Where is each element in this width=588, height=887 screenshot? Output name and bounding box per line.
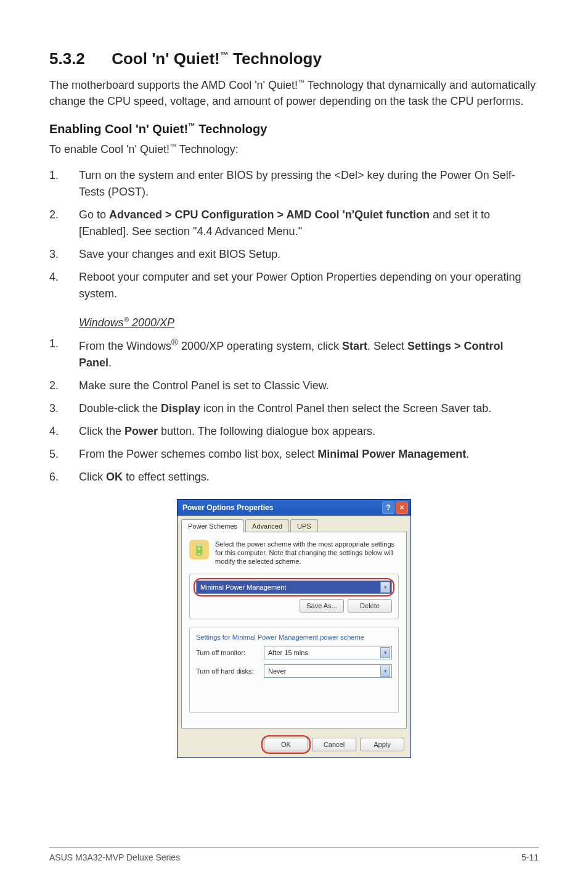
power-scheme-select[interactable]: Minimal Power Management ▾ — [196, 580, 392, 594]
t-b: button. The following dialogue box appea… — [158, 425, 375, 437]
sub-intro: To enable Cool 'n' Quiet!™ Technology: — [49, 142, 539, 156]
step-item: 2. Go to Advanced > CPU Configuration > … — [49, 207, 539, 240]
info-row: 🔋 Select the power scheme with the most … — [189, 540, 399, 566]
scheme-select-row: Minimal Power Management ▾ — [196, 580, 392, 594]
close-button[interactable]: × — [396, 501, 408, 514]
step-number: 2. — [49, 377, 79, 394]
apply-button[interactable]: Apply — [360, 738, 404, 751]
window-buttons: ? × — [382, 501, 408, 514]
step-number: 4. — [49, 423, 79, 440]
steps-list-2: 1. From the Windows® 2000/XP operating s… — [49, 336, 539, 485]
step-number: 4. — [49, 269, 79, 302]
win-b: 2000/XP — [129, 316, 174, 329]
dialog-footer: OK Cancel Apply — [178, 733, 410, 757]
subhead-suffix: Technology — [195, 122, 267, 136]
scheme-selected-value: Minimal Power Management — [200, 584, 286, 591]
t-a: From the Power schemes combo list box, s… — [79, 448, 317, 460]
step-text: Save your changes and exit BIOS Setup. — [79, 246, 539, 263]
step-text: From the Power schemes combo list box, s… — [79, 446, 539, 463]
dialog-screenshot: Power Options Properties ? × Power Schem… — [49, 499, 539, 758]
power-schemes-group: Minimal Power Management ▾ Save As... De… — [189, 574, 399, 619]
settings-group: Settings for Minimal Power Management po… — [189, 627, 399, 713]
settings-group-title: Settings for Minimal Power Management po… — [196, 633, 392, 641]
step-item: 1. Turn on the system and enter BIOS by … — [49, 167, 539, 200]
section-title-prefix: Cool 'n' Quiet! — [112, 49, 220, 68]
chevron-down-icon: ▾ — [380, 647, 390, 658]
ok-highlight: OK — [264, 738, 308, 751]
t-d: . — [108, 357, 112, 369]
disks-dropdown[interactable]: Never ▾ — [264, 664, 392, 678]
step-text: Click OK to effect settings. — [79, 469, 539, 485]
dialog-titlebar[interactable]: Power Options Properties ? × — [178, 500, 410, 516]
section-number: 5.3.2 — [49, 49, 85, 68]
windows-subheading: Windows® 2000/XP — [79, 316, 539, 329]
ok-button[interactable]: OK — [264, 738, 308, 751]
monitor-label: Turn off monitor: — [196, 649, 264, 656]
step-number: 1. — [49, 336, 79, 371]
delete-button[interactable]: Delete — [348, 599, 392, 613]
subhead-prefix: Enabling Cool 'n' Quiet! — [49, 122, 188, 136]
t-bold: OK — [106, 471, 123, 483]
trademark-symbol: ™ — [188, 122, 195, 130]
help-icon: ? — [386, 503, 390, 512]
step-item: 4. Click the Power button. The following… — [49, 423, 539, 440]
step-text-a: Go to — [79, 208, 109, 221]
subintro-b: Technology: — [176, 143, 239, 155]
registered-symbol: ® — [124, 316, 129, 323]
t-bold: Display — [161, 402, 200, 415]
step-text: Click the Power button. The following di… — [79, 423, 539, 440]
save-as-button[interactable]: Save As... — [300, 599, 344, 613]
t-b: to effect settings. — [123, 471, 210, 483]
step-number: 3. — [49, 400, 79, 417]
t-b: 2000/XP operating system, click — [178, 340, 342, 352]
t-bold: Power — [125, 425, 158, 437]
step-number: 3. — [49, 246, 79, 263]
subintro-a: To enable Cool 'n' Quiet! — [49, 143, 169, 155]
step-text-bold: Advanced > CPU Configuration > AMD Cool … — [109, 208, 430, 221]
monitor-value: After 15 mins — [268, 649, 308, 656]
disks-label: Turn off hard disks: — [196, 667, 264, 675]
tab-advanced[interactable]: Advanced — [245, 519, 289, 532]
tabs-row: Power Schemes Advanced UPS — [178, 516, 410, 532]
registered-symbol: ® — [171, 337, 178, 347]
tab-panel: 🔋 Select the power scheme with the most … — [181, 532, 407, 728]
step-text: Double-click the Display icon in the Con… — [79, 400, 539, 417]
step-text: Reboot your computer and set your Power … — [79, 269, 539, 302]
step-number: 6. — [49, 469, 79, 485]
step-number: 5. — [49, 446, 79, 463]
steps-list-1: 1. Turn on the system and enter BIOS by … — [49, 167, 539, 302]
step-text: Go to Advanced > CPU Configuration > AMD… — [79, 207, 539, 240]
trademark-symbol: ™ — [169, 142, 176, 150]
tab-power-schemes[interactable]: Power Schemes — [181, 519, 244, 532]
step-item: 5. From the Power schemes combo list box… — [49, 446, 539, 463]
intro-paragraph: The motherboard supports the AMD Cool 'n… — [49, 77, 539, 109]
t-bold: Minimal Power Management — [317, 448, 466, 460]
intro-text-a: The motherboard supports the AMD Cool 'n… — [49, 79, 298, 91]
tab-ups[interactable]: UPS — [290, 519, 318, 532]
close-icon: × — [399, 503, 404, 512]
power-options-dialog: Power Options Properties ? × Power Schem… — [177, 499, 411, 758]
scheme-buttons: Save As... Delete — [196, 599, 392, 613]
step-text: Make sure the Control Panel is set to Cl… — [79, 377, 539, 394]
monitor-dropdown[interactable]: After 15 mins ▾ — [264, 646, 392, 659]
section-title-suffix: Technology — [229, 49, 322, 68]
t-a: Click — [79, 471, 106, 483]
step-item: 4. Reboot your computer and set your Pow… — [49, 269, 539, 302]
section-heading: 5.3.2 Cool 'n' Quiet!™ Technology — [49, 49, 539, 68]
turn-off-monitor-row: Turn off monitor: After 15 mins ▾ — [196, 646, 392, 659]
footer-right: 5-11 — [521, 852, 539, 862]
step-number: 1. — [49, 167, 79, 200]
disks-value: Never — [268, 667, 286, 675]
step-item: 2. Make sure the Control Panel is set to… — [49, 377, 539, 394]
page-footer: ASUS M3A32-MVP Deluxe Series 5-11 — [49, 847, 539, 862]
t-a: Double-click the — [79, 402, 161, 415]
t-a: From the Windows — [79, 340, 171, 352]
t-c: . Select — [367, 340, 407, 352]
t-a: Click the — [79, 425, 125, 437]
help-button[interactable]: ? — [382, 501, 394, 514]
t-b: . — [466, 448, 469, 460]
dialog-title: Power Options Properties — [182, 503, 273, 512]
chevron-down-icon: ▾ — [380, 666, 390, 677]
cancel-button[interactable]: Cancel — [312, 738, 356, 751]
step-item: 3. Double-click the Display icon in the … — [49, 400, 539, 417]
